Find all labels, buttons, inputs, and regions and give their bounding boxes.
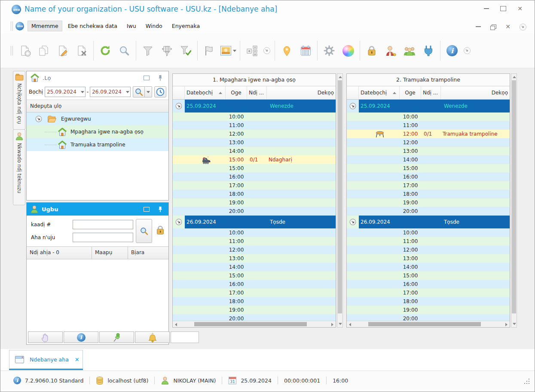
schedule-row-entry[interactable]: 12:000/1Tramụaka trampoline [347,130,510,138]
schedule-row-time[interactable]: 11:00 [347,121,510,130]
calendar-button[interactable] [296,41,315,61]
info-button[interactable]: i [443,41,462,61]
panel-pin-icon[interactable] [157,75,163,81]
menu-overflow-chevron-icon[interactable] [519,23,527,31]
schedule-row-time[interactable]: 11:00 [173,237,336,246]
new-record-button[interactable] [15,41,34,61]
hand-button[interactable] [28,331,63,343]
scroll-right-icon[interactable] [331,323,333,326]
user-key-button[interactable] [381,41,400,61]
card-number-input[interactable] [73,220,133,229]
schedule-row-time[interactable]: 10:00 [173,112,336,121]
menu-item-iwu[interactable]: Iwu [123,21,140,31]
schedule-row-group[interactable]: 26.09.2024Tọsde [173,216,336,228]
row-height-button[interactable] [242,41,261,61]
schedule-row-time[interactable]: 14:00 [347,155,510,164]
lock-button[interactable] [362,41,381,61]
schedule-row-time[interactable]: 20:00 [173,207,336,216]
tree-item-mpaghara-igwe-na-agba-s-[interactable]: Mpaghara igwe na-agba ọsọ [27,125,168,138]
tree-item-egwuregwu[interactable]: Egwuregwu [27,112,168,125]
tab-close-icon[interactable]: ✕ [75,356,79,363]
expander-icon[interactable] [175,103,182,109]
schedule-row-time[interactable]: 12:00 [173,130,336,138]
panel-restore-icon[interactable] [144,207,150,212]
schedule-row-time[interactable]: 13:00 [173,138,336,147]
maximize-button[interactable] [500,6,506,11]
column-header-nd-[interactable]: Ndị ... [421,86,441,99]
schedule-row-time[interactable]: 12:00 [347,138,510,147]
scroll-left-icon[interactable] [175,323,177,326]
schedule-row-time[interactable]: 13:00 [173,254,336,263]
menu-item-windo[interactable]: Windo [142,21,166,31]
schedule-row-time[interactable]: 12:00 [347,246,510,254]
panel-pin-icon[interactable] [157,206,163,213]
flag-button[interactable] [200,41,219,61]
settings-button[interactable] [320,41,339,61]
schedule-row-time[interactable]: 15:00 [347,271,510,280]
group-expander-cell[interactable] [173,100,185,112]
horizontal-scroll-thumb[interactable] [368,322,481,326]
bell-button[interactable] [135,331,170,343]
menu-item-ebe-nchekwa-data[interactable]: Ebe nchekwa data [64,21,121,31]
chevron-down-icon[interactable] [126,91,129,93]
schedule-row-time[interactable]: 19:00 [173,306,336,314]
column-header-dek-[interactable]: Dekọọ [267,86,336,99]
schedule-row-time[interactable]: 10:00 [347,228,510,237]
mdi-restore-button[interactable] [490,24,496,29]
schedule-row-time[interactable]: 12:00 [173,246,336,254]
schedule-row-time[interactable]: 10:00 [173,228,336,237]
menu-item-enyemaka[interactable]: Enyemaka [168,21,204,31]
group-expander-cell[interactable] [347,100,359,112]
schedule-row-time[interactable]: 19:00 [347,306,510,314]
plug-button[interactable] [419,41,438,61]
schedule-row-time[interactable]: 11:00 [173,121,336,130]
toolbar-drag-handle[interactable] [11,46,13,55]
expander-icon[interactable] [349,219,356,225]
schedule-row-group[interactable]: 26.09.2024Tọsde [347,216,510,228]
column-header-oge[interactable]: Oge [226,86,247,99]
scroll-left-icon[interactable] [349,323,351,326]
dropdown-caret-icon[interactable] [233,50,236,52]
edit-record-button[interactable] [53,41,72,61]
info-button[interactable]: i [64,331,98,343]
schedule-row-time[interactable]: 13:00 [347,147,510,155]
vertical-scrollbar[interactable] [337,73,343,328]
schedule-row-time[interactable]: 11:00 [347,237,510,246]
menu-item-mmemme[interactable]: Mmemme [28,21,62,31]
group-expander-cell[interactable] [173,216,185,228]
schedule-row-group[interactable]: 25.09.2024Wenezde [347,100,510,112]
schedule-row-group[interactable]: 25.09.2024Wenezde [173,100,336,112]
scroll-up-icon[interactable] [513,76,516,78]
refresh-button[interactable] [96,41,115,61]
users-button[interactable] [400,41,419,61]
schedule-row-time[interactable]: 16:00 [347,173,510,181]
mdi-close-button[interactable]: ✕ [505,24,511,30]
schedule-row-time[interactable]: 10:00 [347,112,510,121]
filter-button[interactable] [138,41,157,61]
column-header-dateb-ch-[interactable]: Datebọchị [359,86,400,99]
came-column-header[interactable]: Bịara [128,247,168,259]
client-search-button[interactable] [136,219,152,243]
schedule-row-time[interactable]: 18:00 [347,297,510,306]
close-button[interactable]: ✕ [517,6,523,12]
tree-item-tram-aka-trampoline[interactable]: Tramụaka trampoline [27,138,168,151]
schedule-row-time[interactable]: 16:00 [173,280,336,289]
schedule-row-time[interactable]: 20:00 [347,207,510,216]
search-button[interactable] [115,41,134,61]
colors-button[interactable] [339,41,358,61]
schedule-row-time[interactable]: 15:00 [173,271,336,280]
group-expander-cell[interactable] [347,216,359,228]
schedule-row-time[interactable]: 15:00 [347,164,510,173]
date-to-combo[interactable]: 26.09.2024 [90,87,131,97]
filter-columns-button[interactable] [157,41,176,61]
vertical-scroll-thumb[interactable] [512,80,516,313]
scroll-down-icon[interactable] [339,323,342,325]
column-header-dateb-ch-[interactable]: Datebọchị [185,86,226,99]
minimize-button[interactable] [484,8,489,9]
side-tab-2[interactable]: Nkwado ndị teknuzu [13,129,25,205]
schedule-row-time[interactable]: 15:00 [173,164,336,173]
schedule-row-time[interactable]: 17:00 [173,289,336,297]
horizontal-scrollbar[interactable] [347,321,510,327]
column-header-oge[interactable]: Oge [400,86,421,99]
scroll-up-icon[interactable] [339,76,342,78]
